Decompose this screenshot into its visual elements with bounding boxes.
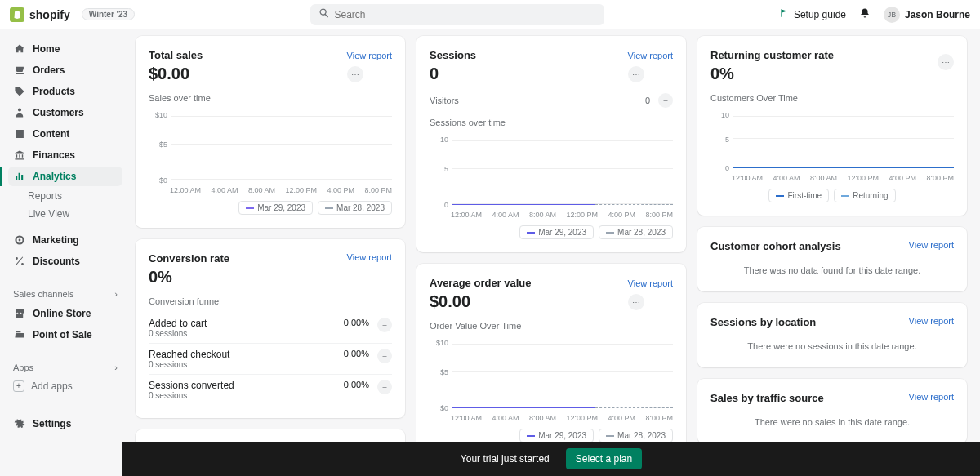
sidebar-item-reports[interactable]: Reports xyxy=(8,188,122,204)
chart-title: Customers Over Time xyxy=(710,93,954,103)
target-icon xyxy=(13,234,26,247)
view-report-link[interactable]: View report xyxy=(347,252,392,262)
legend-item[interactable]: Mar 28, 2023 xyxy=(599,429,673,442)
x-axis: 12:00 AM4:00 AM8:00 AM12:00 PM4:00 PM8:0… xyxy=(732,174,954,182)
card-sales-by-traffic-source: Sales by traffic source View report Ther… xyxy=(697,379,967,442)
funnel-title: Conversion funnel xyxy=(149,296,392,306)
sidebar-item-analytics[interactable]: Analytics xyxy=(8,167,122,186)
sessions-chart: 10 5 0 xyxy=(430,136,673,209)
shopify-bag-icon xyxy=(10,7,24,22)
visitors-label: Visitors xyxy=(430,96,459,105)
chart-title: Order Value Over Time xyxy=(430,321,673,331)
chart-bar-icon xyxy=(13,170,26,183)
home-icon xyxy=(13,42,26,56)
avatar: JB xyxy=(884,7,900,23)
card-sessions-by-location: Sessions by location View report There w… xyxy=(697,303,967,367)
view-report-link[interactable]: View report xyxy=(628,51,673,60)
card-conversion-rate: Conversion rate 0% View report Conversio… xyxy=(136,239,405,418)
legend-item[interactable]: Mar 29, 2023 xyxy=(519,225,594,239)
store-icon xyxy=(13,307,26,320)
legend-item[interactable]: Mar 29, 2023 xyxy=(519,429,594,442)
search-input[interactable] xyxy=(335,9,596,20)
sidebar-item-add-apps[interactable]: +Add apps xyxy=(8,377,122,395)
view-report-link[interactable]: View report xyxy=(347,51,392,60)
x-axis: 12:00 AM4:00 AM8:00 AM12:00 PM4:00 PM8:0… xyxy=(451,414,673,422)
sales-chart: $10 $5 $0 xyxy=(149,111,392,185)
person-icon xyxy=(13,106,26,119)
card-title: Conversion rate xyxy=(149,252,229,265)
sidebar-item-settings[interactable]: Settings xyxy=(8,414,122,434)
card-title: Total sales xyxy=(149,49,203,61)
sidebar-item-finances[interactable]: Finances xyxy=(8,145,122,165)
legend-item[interactable]: Mar 28, 2023 xyxy=(599,225,673,239)
chart-title: Sessions over time xyxy=(430,118,673,127)
setup-guide-link[interactable]: Setup guide xyxy=(779,8,846,20)
user-menu[interactable]: JB Jason Bourne xyxy=(884,7,970,23)
sidebar-item-discounts[interactable]: Discounts xyxy=(8,251,122,271)
returning-chart: 10 5 0 xyxy=(710,111,954,172)
view-report-link[interactable]: View report xyxy=(628,278,673,288)
card-title: Returning customer rate xyxy=(710,49,834,61)
legend-item[interactable]: Mar 28, 2023 xyxy=(318,201,392,215)
card-menu-button[interactable]: ⋯ xyxy=(938,54,954,70)
funnel-row: Added to cart0 sessions 0.00%– xyxy=(149,313,392,343)
view-report-link[interactable]: View report xyxy=(909,316,954,326)
chart-title: Sales over time xyxy=(149,93,392,103)
view-report-link[interactable]: View report xyxy=(909,392,954,402)
user-name: Jason Bourne xyxy=(905,9,970,20)
aov-value: $0.00 xyxy=(430,292,532,311)
topbar: shopify Winter '23 Setup guide JB Jason … xyxy=(0,0,980,29)
sidebar-item-orders[interactable]: Orders xyxy=(8,60,122,80)
card-title: Sales by traffic source xyxy=(710,392,824,404)
legend-item[interactable]: First-time xyxy=(768,189,829,202)
card-menu-button[interactable]: ⋯ xyxy=(628,66,644,82)
sidebar-item-marketing[interactable]: Marketing xyxy=(8,230,122,250)
sidebar-item-customers[interactable]: Customers xyxy=(8,103,122,122)
chevron-right-icon: › xyxy=(114,289,118,299)
card-average-order-value: Average order value $0.00 View report ⋯ … xyxy=(416,264,686,442)
empty-state: There was no data found for this date ra… xyxy=(710,252,954,278)
card-sessions: Sessions 0 View report ⋯ Visitors 0– Ses… xyxy=(416,36,686,252)
legend-item[interactable]: Mar 29, 2023 xyxy=(238,201,313,215)
plus-icon: + xyxy=(13,380,24,392)
returning-value: 0% xyxy=(710,65,834,83)
aov-chart: $10 $5 $0 xyxy=(430,339,673,412)
legend-item[interactable]: Returning xyxy=(834,189,895,202)
sidebar-item-liveview[interactable]: Live View xyxy=(8,206,122,222)
image-icon xyxy=(13,127,26,140)
setup-guide-label: Setup guide xyxy=(794,9,846,20)
view-report-link[interactable]: View report xyxy=(909,240,954,250)
percent-icon xyxy=(13,255,26,268)
row-menu-button[interactable]: – xyxy=(377,380,392,394)
sidebar-section-sales-channels[interactable]: Sales channels› xyxy=(8,286,122,302)
analytics-dashboard: Total sales $0.00 View report ⋯ Sales ov… xyxy=(122,29,980,442)
card-returning-customer-rate: Returning customer rate 0% ⋯ Customers O… xyxy=(697,36,967,216)
empty-state: There were no sales in this date range. xyxy=(710,404,954,430)
sidebar-item-pos[interactable]: Point of Sale xyxy=(8,325,122,345)
row-menu-button[interactable]: – xyxy=(377,318,392,332)
search-bar[interactable] xyxy=(310,4,604,25)
sidebar: Home Orders Products Customers Content F… xyxy=(0,29,122,442)
inbox-icon xyxy=(13,64,26,77)
total-sales-value: $0.00 xyxy=(149,65,203,83)
card-title: Sessions by location xyxy=(710,316,816,328)
brand-logo[interactable]: shopify Winter '23 xyxy=(10,7,135,22)
edition-badge[interactable]: Winter '23 xyxy=(82,8,135,20)
sidebar-item-online-store[interactable]: Online Store xyxy=(8,304,122,323)
visitors-value: 0 xyxy=(645,96,650,105)
empty-state: There were no sessions in this date rang… xyxy=(710,328,954,354)
bell-icon[interactable] xyxy=(859,7,871,21)
card-total-sales: Total sales $0.00 View report ⋯ Sales ov… xyxy=(136,36,405,228)
row-menu-button[interactable]: – xyxy=(658,93,673,108)
search-icon xyxy=(318,7,330,21)
card-menu-button[interactable]: ⋯ xyxy=(347,66,363,82)
sidebar-item-products[interactable]: Products xyxy=(8,82,122,101)
sidebar-item-home[interactable]: Home xyxy=(8,39,122,59)
conversion-value: 0% xyxy=(149,268,229,287)
sidebar-section-apps[interactable]: Apps› xyxy=(8,359,122,376)
row-menu-button[interactable]: – xyxy=(377,349,392,363)
gear-icon xyxy=(13,417,26,430)
sidebar-item-content[interactable]: Content xyxy=(8,124,122,144)
card-menu-button[interactable]: ⋯ xyxy=(628,294,644,310)
card-cohort-analysis: Customer cohort analysis View report The… xyxy=(697,227,967,291)
